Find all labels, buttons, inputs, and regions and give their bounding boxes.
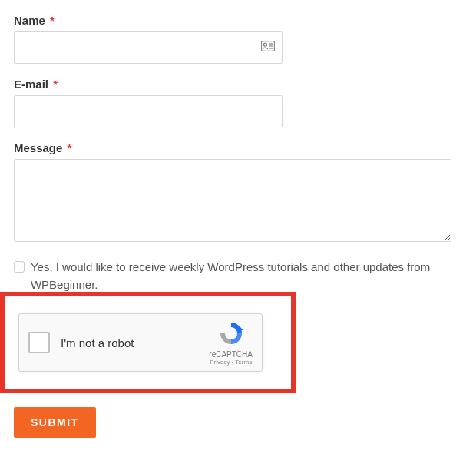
recaptcha-logo-icon — [218, 320, 244, 349]
required-marker: * — [68, 141, 72, 154]
recaptcha-highlight: I'm not a robot reCAPTCHA Privacy - Term… — [0, 292, 296, 393]
email-input[interactable] — [14, 95, 283, 127]
recaptcha-widget: I'm not a robot reCAPTCHA Privacy - Term… — [18, 313, 263, 372]
required-marker: * — [53, 78, 58, 91]
recaptcha-branding: reCAPTCHA Privacy - Terms — [209, 320, 253, 366]
recaptcha-checkbox[interactable] — [28, 332, 50, 353]
recaptcha-links[interactable]: Privacy - Terms — [210, 359, 252, 366]
email-label: E-mail * — [14, 78, 462, 91]
email-label-text: E-mail — [14, 78, 48, 91]
name-label: Name * — [14, 14, 462, 27]
newsletter-row: Yes, I would like to receive weekly Word… — [14, 259, 462, 293]
newsletter-checkbox[interactable] — [14, 261, 25, 273]
required-marker: * — [50, 14, 55, 27]
recaptcha-brand-text: reCAPTCHA — [209, 350, 253, 359]
email-field: E-mail * — [14, 78, 462, 127]
recaptcha-label: I'm not a robot — [61, 336, 209, 349]
submit-button[interactable]: SUBMIT — [14, 407, 96, 438]
name-label-text: Name — [14, 14, 45, 27]
message-label: Message * — [14, 141, 462, 154]
message-textarea[interactable] — [14, 159, 451, 242]
name-input-wrap — [14, 31, 283, 64]
newsletter-label: Yes, I would like to receive weekly Word… — [31, 259, 462, 293]
name-input[interactable] — [14, 31, 283, 64]
message-label-text: Message — [14, 141, 62, 154]
name-field: Name * — [14, 14, 462, 64]
message-field: Message * — [14, 141, 462, 245]
